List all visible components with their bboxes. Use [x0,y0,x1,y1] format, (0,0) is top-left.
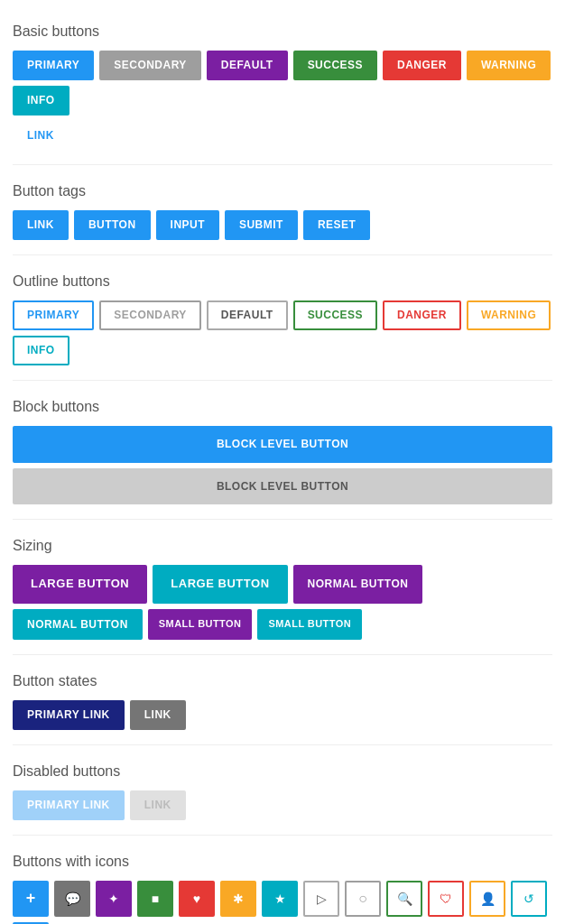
icon-btn-star-fill[interactable]: ✦ [96,881,132,917]
btn-link[interactable]: LINK [13,121,69,151]
btn-tag-submit[interactable] [225,210,298,240]
icon-btn-star[interactable]: ★ [262,881,298,917]
btn-outline-info[interactable]: INFO [13,336,69,365]
block-buttons-section: Block buttons BLOCK LEVEL BUTTON BLOCK L… [13,399,552,521]
block-btn-row-2: BLOCK LEVEL BUTTON [13,468,552,505]
btn-outline-danger[interactable]: DANGER [383,300,461,330]
sparkle-icon: ✦ [108,892,119,906]
block-buttons-title: Block buttons [13,399,552,415]
btn-info[interactable]: INFO [13,86,69,116]
asterisk-icon: ✱ [233,892,244,906]
btn-state-primary[interactable]: PRIMARY LINK [13,700,125,730]
btn-state-link[interactable]: LINK [130,700,186,730]
square-icon: ■ [152,892,159,906]
btn-warning[interactable]: WARNING [467,51,551,80]
disabled-buttons-section: Disabled buttons PRIMARY LINK LINK [13,763,552,836]
icon-btn-square[interactable]: ■ [137,881,173,917]
icon-btn-heart[interactable]: ♥ [179,881,215,917]
btn-disabled-link[interactable]: LINK [130,790,186,820]
btn-default[interactable]: DEFAULT [207,51,288,80]
sizing-row: LARGE BUTTON LARGE BUTTON NORMAL BUTTON … [13,565,552,640]
circle-icon: ○ [358,891,367,907]
btn-normal-default[interactable]: NORMAL BUTTON [293,565,423,603]
icon-btn-shield[interactable]: 🛡 [428,881,464,917]
block-btn-secondary[interactable]: BLOCK LEVEL BUTTON [13,468,552,505]
btn-secondary[interactable]: SECONDARY [99,51,201,80]
search-icon: 🔍 [397,892,412,906]
user-icon: 👤 [480,892,496,906]
btn-lg-default[interactable]: LARGE BUTTON [13,565,147,603]
basic-link-row: LINK [13,121,552,151]
button-states-title: Button states [13,673,552,689]
button-tags-section: Button tags LINK BUTTON [13,183,552,255]
basic-buttons-title: Basic buttons [13,23,552,40]
outline-buttons-section: Outline buttons PRIMARY SECONDARY DEFAUL… [13,273,552,381]
btn-primary[interactable]: PRIMARY [13,51,94,80]
comment-icon: 💬 [65,892,80,906]
basic-buttons-section: Basic buttons PRIMARY SECONDARY DEFAULT … [13,23,552,165]
btn-sm-default[interactable]: SMALL BUTTON [148,609,253,641]
button-states-section: Button states PRIMARY LINK LINK [13,673,552,745]
icon-btn-asterisk[interactable]: ✱ [220,881,256,917]
heart-icon: ♥ [193,892,200,906]
sizing-section: Sizing LARGE BUTTON LARGE BUTTON NORMAL … [13,538,552,655]
star-icon: ★ [274,892,286,906]
buttons-with-icons-title: Buttons with icons [13,854,552,870]
icon-btn-comment[interactable]: 💬 [54,881,90,917]
outline-buttons-title: Outline buttons [13,273,552,290]
btn-tag-link[interactable]: LINK [13,210,69,240]
buttons-with-icons-section: Buttons with icons + 💬 ✦ ■ ♥ ✱ ★ ▷ ○ 🔍 [13,854,552,924]
shield-icon: 🛡 [440,892,452,906]
block-btn-primary[interactable]: BLOCK LEVEL BUTTON [13,426,552,463]
btn-success[interactable]: SUCCESS [293,51,377,80]
play-icon: ▷ [317,892,327,906]
outline-buttons-row: PRIMARY SECONDARY DEFAULT SUCCESS DANGER… [13,300,552,365]
sizing-title: Sizing [13,538,552,554]
btn-outline-warning[interactable]: WARNING [467,300,551,330]
button-tags-row: LINK BUTTON [13,210,552,240]
icon-btn-refresh[interactable]: ↺ [511,881,547,917]
btn-normal-info[interactable]: NORMAL BUTTON [13,609,143,641]
icon-btn-circle[interactable]: ○ [345,881,381,917]
btn-outline-success[interactable]: SUCCESS [293,300,377,330]
button-tags-title: Button tags [13,183,552,199]
basic-buttons-row: PRIMARY SECONDARY DEFAULT SUCCESS DANGER… [13,51,552,116]
btn-lg-info[interactable]: LARGE BUTTON [153,565,287,603]
btn-tag-button[interactable]: BUTTON [74,210,151,240]
btn-outline-primary[interactable]: PRIMARY [13,300,94,330]
btn-outline-default[interactable]: DEFAULT [207,300,288,330]
btn-outline-secondary[interactable]: SECONDARY [99,300,201,330]
icon-btn-search[interactable]: 🔍 [386,881,422,917]
btn-disabled-primary[interactable]: PRIMARY LINK [13,790,125,820]
disabled-buttons-title: Disabled buttons [13,763,552,780]
icon-buttons-row: + 💬 ✦ ■ ♥ ✱ ★ ▷ ○ 🔍 🛡 [13,881,552,917]
btn-danger[interactable]: DANGER [383,51,461,80]
button-states-row: PRIMARY LINK LINK [13,700,552,730]
icon-btn-plus[interactable]: + [13,881,49,917]
block-btn-row-1: BLOCK LEVEL BUTTON [13,426,552,463]
btn-sm-info[interactable]: SMALL BUTTON [257,609,362,641]
icon-btn-user[interactable]: 👤 [469,881,505,917]
icon-btn-play[interactable]: ▷ [303,881,339,917]
disabled-buttons-row: PRIMARY LINK LINK [13,790,552,820]
btn-tag-reset[interactable] [303,210,370,240]
refresh-icon: ↺ [523,892,534,906]
btn-tag-input[interactable] [156,210,219,240]
plus-icon: + [26,889,36,908]
